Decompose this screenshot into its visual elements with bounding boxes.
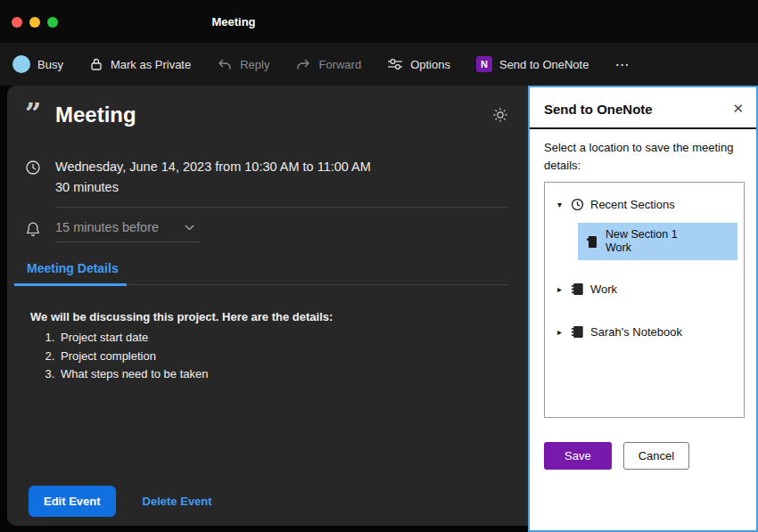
busy-status-icon: [12, 55, 30, 73]
bell-icon: [25, 221, 41, 237]
event-description: We will be discussing this project. Here…: [30, 310, 501, 385]
event-actions: Edit Event Delete Event: [29, 486, 225, 517]
more-options-button[interactable]: ⋯: [614, 56, 630, 73]
edit-event-button[interactable]: Edit Event: [29, 486, 116, 517]
event-header: ” Meeting: [25, 100, 508, 127]
detail-tabs: Meeting Details: [14, 260, 508, 285]
event-datetime: Wednesday, June 14, 2023 from 10:30 AM t…: [55, 157, 371, 177]
app-window: Meeting Busy Mark as Private Reply Forwa…: [0, 0, 758, 532]
reply-arrow-icon: [217, 57, 233, 71]
panel-header: Send to OneNote ✕: [530, 87, 756, 127]
panel-actions: Save Cancel: [544, 442, 756, 470]
busy-status-label: Busy: [37, 58, 63, 71]
chevron-down-icon: [185, 225, 194, 231]
delete-event-button[interactable]: Delete Event: [130, 486, 225, 517]
onenote-icon: N: [476, 56, 492, 72]
reminder-row: 15 minutes before: [25, 219, 200, 242]
event-detail-panel: ” Meeting Wednesday, June 14, 2023 from …: [7, 86, 528, 526]
tree-item-recent-sections[interactable]: ▾ Recent Sections: [545, 193, 744, 215]
tab-meeting-details[interactable]: Meeting Details: [14, 261, 127, 286]
options-label: Options: [410, 58, 450, 71]
divider: [55, 207, 508, 208]
expand-triangle-icon[interactable]: ▸: [555, 327, 564, 337]
notebook-icon: [571, 325, 584, 339]
event-datetime-row: Wednesday, June 14, 2023 from 10:30 AM t…: [25, 157, 371, 198]
mark-as-private-label: Mark as Private: [111, 58, 191, 71]
panel-title: Send to OneNote: [544, 102, 653, 117]
clock-icon: [25, 160, 41, 198]
description-intro: We will be discussing this project. Here…: [30, 310, 501, 323]
expand-triangle-icon[interactable]: ▸: [555, 284, 564, 294]
tree-item-label: Recent Sections: [590, 198, 675, 211]
close-icon[interactable]: ✕: [732, 101, 744, 117]
lock-icon: [89, 57, 103, 71]
cancel-button[interactable]: Cancel: [623, 442, 689, 470]
mark-as-private-button[interactable]: Mark as Private: [89, 57, 191, 71]
reply-button[interactable]: Reply: [217, 57, 269, 71]
quote-icon: ”: [25, 100, 54, 127]
tree-item-label: Sarah's Notebook: [590, 325, 682, 339]
notebook-icon: [571, 282, 584, 296]
toolbar: Busy Mark as Private Reply Forward Optio…: [0, 43, 758, 86]
tree-item-sarahs-notebook[interactable]: ▸ Sarah's Notebook: [545, 321, 744, 342]
window-title: Meeting: [0, 15, 467, 29]
send-to-onenote-button[interactable]: N Send to OneNote: [476, 56, 589, 72]
tree-item-work-notebook[interactable]: ▸ Work: [545, 278, 744, 299]
tree-item-label: Work: [590, 282, 617, 296]
tree-item-new-section-1-selected[interactable]: New Section 1 Work: [578, 223, 737, 260]
reminder-value: 15 minutes before: [55, 220, 159, 234]
forward-button[interactable]: Forward: [295, 57, 361, 71]
send-to-onenote-panel: Send to OneNote ✕ Select a location to s…: [528, 86, 758, 532]
event-duration: 30 minutes: [55, 177, 371, 198]
agenda-item: Project start date: [58, 330, 501, 346]
agenda-item: What steps need to be taken: [58, 366, 501, 382]
forward-label: Forward: [318, 58, 361, 71]
section-name: New Section 1: [606, 228, 678, 241]
reply-label: Reply: [240, 58, 269, 71]
sun-brightness-icon[interactable]: [492, 107, 508, 123]
collapse-triangle-icon[interactable]: ▾: [555, 200, 564, 209]
titlebar: Meeting: [0, 0, 758, 43]
options-button[interactable]: Options: [387, 57, 450, 71]
panel-instruction: Select a location to save the meeting de…: [530, 129, 756, 174]
event-title: Meeting: [55, 102, 136, 127]
section-icon: [586, 235, 597, 249]
recent-clock-icon: [571, 198, 584, 211]
forward-arrow-icon: [295, 57, 311, 71]
busy-status-button[interactable]: Busy: [12, 55, 63, 73]
agenda-list: Project start date Project completion Wh…: [30, 330, 501, 382]
options-sliders-icon: [387, 57, 403, 71]
save-button[interactable]: Save: [544, 442, 612, 470]
agenda-item: Project completion: [58, 348, 501, 364]
reminder-dropdown[interactable]: 15 minutes before: [55, 219, 200, 242]
section-notebook: Work: [606, 241, 678, 255]
send-to-onenote-label: Send to OneNote: [499, 58, 589, 71]
location-tree: ▾ Recent Sections New Section 1 Work ▸: [544, 182, 745, 418]
